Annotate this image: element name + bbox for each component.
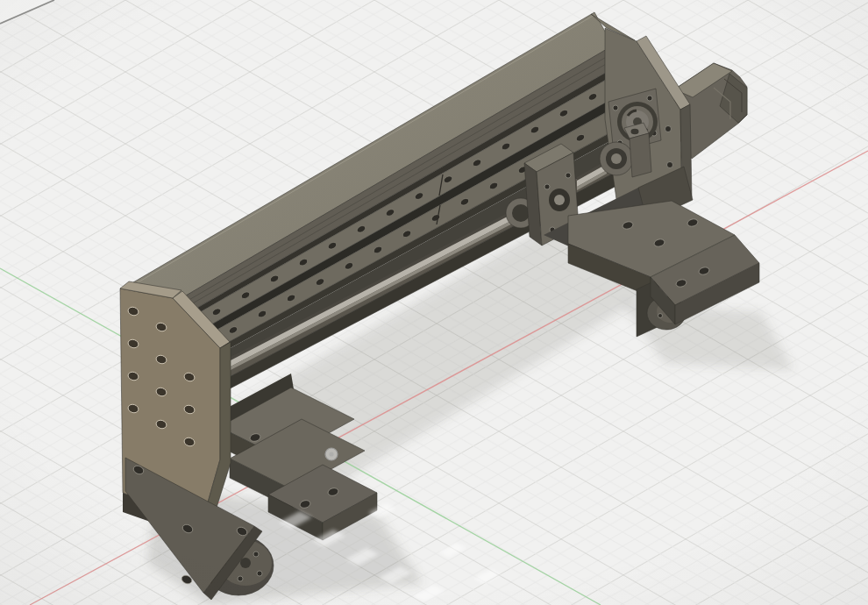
cad-viewport[interactable]: [0, 0, 868, 605]
vignette-overlay: [0, 0, 868, 605]
viewport-canvas[interactable]: [0, 0, 868, 605]
